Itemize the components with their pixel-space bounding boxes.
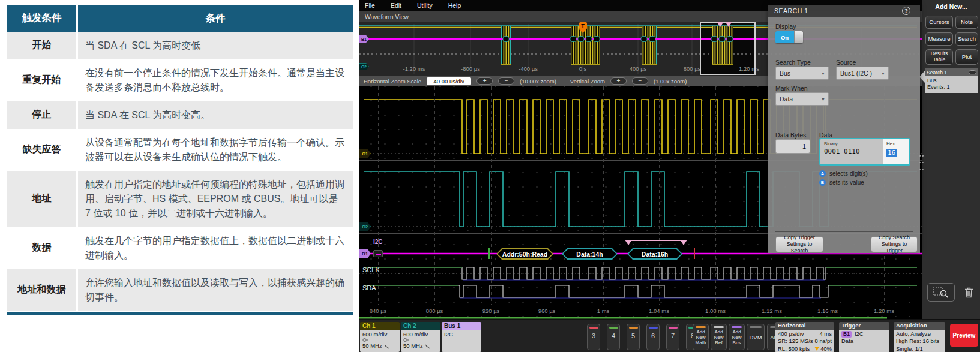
measure-button[interactable]: Measure <box>925 32 953 46</box>
row-trigger-condition: 重复开始 <box>7 59 78 101</box>
bus-handle-icon <box>373 250 383 257</box>
channel-3-button[interactable]: 3 <box>587 324 600 350</box>
hzoom-scale-input[interactable]: 40.00 us/div <box>427 77 471 85</box>
zoom-window-box[interactable] <box>700 22 756 75</box>
screen: 触发条件 条件 开始当 SDA 在 SCL 为高时变低重复开始在没有前一个停止条… <box>0 0 980 352</box>
channel-6-button[interactable]: 6 <box>646 324 660 350</box>
row-trigger-condition: 缺失应答 <box>7 129 78 171</box>
bus1-settings-badge[interactable]: Bus 1 I2C <box>442 322 481 352</box>
table-bottom-rule <box>7 312 353 315</box>
display-toggle[interactable]: On <box>775 31 803 43</box>
delete-button[interactable] <box>960 283 978 302</box>
trigger-settings-badge[interactable]: Trigger B1I2C Data <box>839 322 889 352</box>
hzoom-plus-button[interactable]: + <box>476 77 493 85</box>
help-icon[interactable]: ? <box>902 7 910 15</box>
ch2-settings-badge[interactable]: Ch 2 600 m/div 50 MHz <box>401 322 440 352</box>
probe-icon <box>403 338 410 342</box>
trigger-position-icon <box>814 347 819 351</box>
add-new-math-button[interactable]: AddNewMath <box>693 324 709 350</box>
search1-panel-header[interactable]: SEARCH 1 <box>768 5 920 17</box>
data-bytes-input[interactable]: 1 <box>775 139 810 154</box>
trigger-marker[interactable]: T <box>578 22 588 33</box>
channel-4-button[interactable]: 4 <box>607 324 620 350</box>
hzoom-minus-button[interactable]: − <box>498 77 514 85</box>
add-new-ref-button[interactable]: AddNewRef <box>711 324 727 350</box>
vzoom-minus-button[interactable]: − <box>632 77 648 85</box>
zoom-axis-tick: 1.16 ms <box>817 308 838 314</box>
gridline <box>659 86 660 305</box>
row-condition-desc: 触发在几个字节的用户指定数据值上，数据值以二进制或十六进制输入。 <box>78 227 353 269</box>
vzoom-label: Vertical Zoom <box>570 78 605 85</box>
menu-utility[interactable]: Utility <box>417 2 433 9</box>
divider <box>775 231 913 232</box>
search1-card-title: Search 1 <box>927 70 947 76</box>
mark-when-dropdown[interactable]: Data▼ <box>775 92 829 106</box>
doc-panel: 触发条件 条件 开始当 SDA 在 SCL 为高时变低重复开始在没有前一个停止条… <box>0 0 359 352</box>
binary-value[interactable]: 0001 0110 <box>824 148 883 155</box>
data-value-input[interactable]: Binary 0001 0110 Hex 16 <box>819 138 910 166</box>
oscilloscope-app: FileEditUtilityHelp Waveform View T B1 C… <box>359 0 980 352</box>
vzoom-plus-button[interactable]: + <box>610 77 627 85</box>
zoom-axis-tick: 960 µs <box>538 308 556 314</box>
gridline <box>603 86 604 305</box>
row-trigger-condition: 地址和数据 <box>7 269 78 311</box>
plot-button[interactable]: Plot <box>955 49 978 65</box>
row-condition-desc: 在没有前一个停止条件的情况下发生开始条件。通常是当主设备发送多条消息而不释放总线… <box>78 59 353 101</box>
add-new-bus-button[interactable]: AddNewBus <box>729 324 745 350</box>
copy-trigger-to-search-button[interactable]: Copy Trigger Settings to Search <box>775 236 823 252</box>
trigger-triangle-icon <box>579 29 586 33</box>
search1-result-card[interactable]: Search 1 Bus Events: 1 <box>925 68 978 93</box>
menu-file[interactable]: File <box>365 2 375 9</box>
bus-type-label: I2C <box>373 239 383 245</box>
overview-axis-tick: 400 µs <box>630 65 647 72</box>
table-body: 开始当 SDA 在 SCL 为高时变低重复开始在没有前一个停止条件的情况下发生开… <box>7 32 353 311</box>
panel-drag-handle[interactable] <box>919 155 924 170</box>
search-mark-icon <box>680 240 687 245</box>
horizontal-settings-badge[interactable]: Horizontal 400 µs/div4 ms SR: 125 MS/s8 … <box>775 322 834 352</box>
results-table-button[interactable]: Results Table <box>925 49 953 65</box>
search-type-dropdown[interactable]: Bus▼ <box>775 67 829 80</box>
zoom-tool-button[interactable] <box>927 283 955 302</box>
row-trigger-condition: 开始 <box>7 32 78 59</box>
search-button[interactable]: Search <box>955 32 978 46</box>
toggle-on-label: On <box>775 31 794 43</box>
row-trigger-condition: 数据 <box>7 227 78 269</box>
channel-5-button[interactable]: 5 <box>627 324 640 350</box>
bandwidth-icon <box>384 344 390 349</box>
dvm-button[interactable]: DVM <box>747 324 765 350</box>
cursors-button[interactable]: Cursors <box>925 16 953 29</box>
channel-7-button[interactable]: 7 <box>666 324 679 350</box>
zoom-axis-tick: 1.04 ms <box>649 308 669 314</box>
preview-button[interactable]: Preview <box>950 324 978 347</box>
zoom-axis-tick: 880 µs <box>426 308 443 314</box>
gridline <box>491 86 492 305</box>
table-row: 开始当 SDA 在 SCL 为高时变低 <box>7 32 353 59</box>
row-condition-desc: 允许您输入地址和数据值以及读取与写入，以捕获感兴趣的确切事件。 <box>78 269 353 311</box>
chevron-down-icon: ▼ <box>881 71 885 76</box>
card-arrow-icon <box>919 71 925 83</box>
menu-edit[interactable]: Edit <box>391 2 401 9</box>
table-row: 地址和数据允许您输入地址和数据值以及读取与写入，以捕获感兴趣的确切事件。 <box>7 269 353 311</box>
search-panel-title: SEARCH 1 <box>774 7 808 14</box>
hint-b: B sets its value <box>819 179 864 186</box>
ch1-settings-badge[interactable]: Ch 1 600 m/div 50 MHz <box>360 322 400 352</box>
right-sidebar: Add New... Cursors Note Measure Search R… <box>922 0 980 319</box>
acquisition-settings-badge[interactable]: Acquisition Auto, Analyze High Res: 16 b… <box>894 322 945 352</box>
zoom-axis-tick: 840 µs <box>370 308 387 314</box>
copy-search-to-trigger-button[interactable]: Copy Search Settings to Trigger <box>871 236 918 252</box>
bandwidth-icon <box>425 344 431 349</box>
source-dropdown[interactable]: Bus1 (I2C )▼ <box>836 67 889 80</box>
row-condition-desc: 从设备通常配置为在每个地址和数据字节后传输一个确认。示波器可以在从设备未生成确认… <box>78 129 353 171</box>
decode-box-address: Addr:50h:Read <box>496 248 553 260</box>
zoom-axis-tick: 1.12 ms <box>762 308 782 314</box>
note-button[interactable]: Note <box>955 16 978 29</box>
gridline <box>547 86 547 305</box>
menu-help[interactable]: Help <box>448 2 461 9</box>
hex-value[interactable]: 16 <box>886 149 897 157</box>
divider <box>775 53 913 53</box>
search-mark-icon <box>625 240 632 245</box>
gridline <box>715 86 716 305</box>
hint-a: A selects digit(s) <box>819 170 868 177</box>
card-toggle-pill[interactable] <box>969 70 976 74</box>
decode-box-data2: Data:16h <box>627 248 682 260</box>
